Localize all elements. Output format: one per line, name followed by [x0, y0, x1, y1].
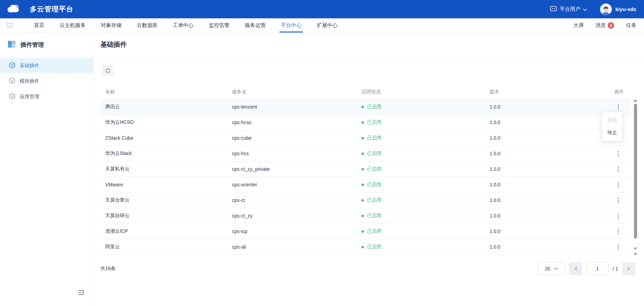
nav-tab-8[interactable]: 扩展中心: [309, 18, 345, 33]
platform-user-label: 平台用户: [560, 6, 580, 12]
menu-item-0: 启动: [602, 114, 622, 127]
topbar: 多云管理平台 平台用户 kiyu-: [0, 0, 644, 18]
page-size-select[interactable]: 20: [538, 262, 565, 275]
table-row-0: 腾讯云cps-tencent已启用1.0.0⋮: [100, 99, 630, 115]
cell-service: cps-ali: [232, 244, 361, 250]
nav-tabs: 首页云主机服务对象存储云数据库工单中心监控告警服务运营平台中心扩展中心: [26, 18, 345, 33]
row-actions-kebab-icon[interactable]: ⋮: [612, 103, 624, 111]
cell-name: 华为云HCSO: [100, 119, 232, 126]
table-row-9: 阿里云cps-ali已启用1.0.0⋮: [100, 239, 630, 255]
nav-tab-0[interactable]: 首页: [26, 18, 52, 33]
next-arrow-icon: [628, 267, 630, 271]
page-title: 基础插件: [100, 40, 127, 49]
cell-service: cps-tencent: [232, 104, 361, 110]
chevron-down-icon: [583, 6, 587, 12]
total-count: 共16条: [100, 266, 116, 272]
prev-arrow-icon: [574, 267, 577, 271]
chevron-down-icon: [554, 268, 558, 270]
cell-status: 已启用: [361, 166, 490, 173]
sidebar-item-2[interactable]: 应用管理: [0, 89, 93, 104]
scroll-up-icon[interactable]: [634, 99, 637, 102]
plugins-table: 名称服务名启用状态版本操作 腾讯云cps-tencent已启用1.0.0⋮华为云…: [100, 85, 630, 255]
nav-tasks[interactable]: 任务: [626, 22, 636, 29]
row-actions-kebab-icon[interactable]: ⋮: [612, 243, 624, 251]
sidebar-item-1[interactable]: 模块插件: [0, 74, 93, 89]
table-row-1: 华为云HCSOcps-hcso已启用1.0.0⋮: [100, 115, 630, 130]
status-dot-icon: [361, 152, 364, 155]
cell-status: 已启用: [361, 228, 490, 235]
sidebar-collapse-icon[interactable]: [78, 290, 85, 297]
scrollbar-thumb[interactable]: [634, 104, 637, 239]
cell-status: 已启用: [361, 150, 490, 157]
cell-name: ZStack Cube: [100, 135, 232, 141]
row-actions-kebab-icon[interactable]: ⋮: [612, 165, 624, 174]
cell-version: 1.0.0: [490, 229, 582, 234]
nav-tab-5[interactable]: 监控告警: [201, 18, 237, 33]
refresh-button[interactable]: [102, 65, 113, 76]
row-actions-kebab-icon[interactable]: ⋮: [612, 149, 624, 158]
column-header-0: 名称: [100, 89, 232, 95]
sidebar-header: 插件管理: [0, 33, 93, 57]
cell-status: 已启用: [361, 135, 490, 141]
user-account[interactable]: kiyu-vdc: [600, 3, 636, 15]
nav-tab-1[interactable]: 云主机服务: [52, 18, 93, 33]
cell-service: cps-ct: [232, 197, 361, 203]
app-title: 多云管理平台: [30, 4, 73, 14]
column-header-1: 服务名: [232, 89, 361, 95]
cell-name: 天翼合营云: [100, 197, 232, 203]
cell-service: cps-icp: [232, 229, 361, 234]
table-row-7: 天翼自研云cps-ct_zy已启用1.0.0⋮: [100, 208, 630, 224]
table-scrollbar: [633, 99, 638, 257]
app-grid-icon[interactable]: [7, 22, 13, 28]
nav-tab-4[interactable]: 工单中心: [165, 18, 201, 33]
cell-version: 1.0.0: [490, 182, 582, 187]
pagination: 20 / 1: [538, 262, 635, 275]
table-row-6: 天翼合营云cps-ct已启用1.0.0⋮: [100, 193, 630, 208]
platform-user-menu[interactable]: 平台用户: [550, 6, 587, 12]
status-dot-icon: [361, 230, 364, 233]
row-actions-kebab-icon[interactable]: ⋮: [612, 180, 624, 189]
cell-version: 1.0.0: [490, 104, 582, 110]
status-dot-icon: [361, 215, 364, 217]
nav-tab-6[interactable]: 服务运营: [237, 18, 273, 33]
next-page-button[interactable]: [622, 262, 635, 275]
cell-version: 1.0.0: [490, 135, 582, 141]
plugin-manager-icon: [8, 40, 16, 49]
sidebar-items: 基础插件 模块插件 应用管理: [0, 58, 93, 104]
sidebar-title: 插件管理: [20, 41, 44, 49]
row-actions-kebab-icon[interactable]: ⋮: [612, 196, 624, 205]
menu-item-1[interactable]: 停止: [602, 127, 622, 139]
nav-messages[interactable]: 消息 6: [596, 22, 614, 29]
page-number-input[interactable]: [586, 262, 608, 275]
row-action-menu: 启动停止: [602, 112, 623, 141]
nav-bigscreen[interactable]: 大屏: [573, 22, 584, 29]
cell-version: 1.0.0: [490, 151, 582, 156]
scroll-down-icon[interactable]: [634, 248, 637, 250]
cell-status: 已启用: [361, 104, 490, 110]
prev-page-button[interactable]: [569, 262, 582, 275]
id-card-icon: [550, 6, 557, 12]
cell-name: 浪潮云ICP: [100, 228, 232, 234]
row-actions-kebab-icon[interactable]: ⋮: [612, 227, 624, 236]
cell-version: 1.0.0: [490, 213, 582, 219]
scroll-down-icon[interactable]: [634, 253, 637, 256]
cell-name: 天翼私有云: [100, 166, 232, 172]
cell-name: 天翼自研云: [100, 213, 232, 219]
nav-tab-3[interactable]: 云数据库: [129, 18, 165, 33]
cell-name: 阿里云: [100, 244, 232, 250]
row-actions-kebab-icon[interactable]: ⋮: [612, 212, 624, 220]
cell-service: cps-hcs: [232, 151, 361, 156]
main-panel: 基础插件 名称服务名启用状态版本操作 腾讯云cps-tencent已启用1.0.…: [93, 33, 644, 306]
status-dot-icon: [361, 199, 364, 202]
cell-version: 1.0.0: [490, 166, 582, 172]
nav-tab-7[interactable]: 平台中心: [273, 18, 309, 33]
nav-tab-2[interactable]: 对象存储: [93, 18, 129, 33]
app-logo-cloud-icon: [6, 3, 22, 16]
sidebar: 插件管理 基础插件 模块插件 应用管理: [0, 33, 93, 306]
main-navbar: 首页云主机服务对象存储云数据库工单中心监控告警服务运营平台中心扩展中心 大屏 消…: [0, 18, 644, 33]
cell-version: 1.0.0: [490, 244, 582, 250]
table-row-5: VMwarecps-vcenter已启用1.0.0⋮: [100, 177, 630, 193]
status-dot-icon: [361, 168, 364, 170]
sidebar-item-0[interactable]: 基础插件: [0, 58, 93, 73]
username: kiyu-vdc: [615, 6, 636, 12]
